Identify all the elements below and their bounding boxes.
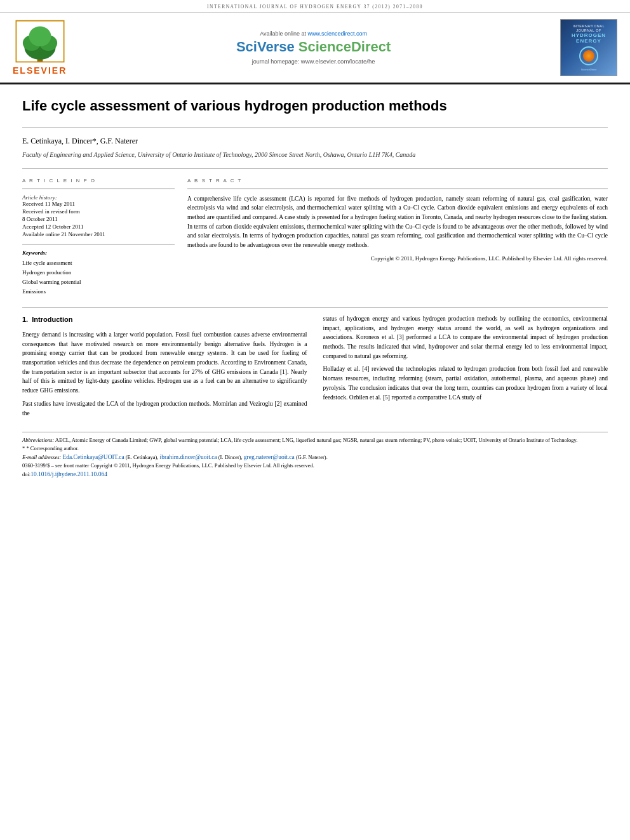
abbreviations: Abbreviations: AECL, Atomic Energy of Ca…: [22, 436, 608, 444]
abstract-col: A B S T R A C T A comprehensive life cyc…: [187, 178, 608, 297]
left-divider: [22, 189, 175, 189]
received2: Received in revised form: [22, 208, 175, 215]
cover-bold-title: HYDROGEN ENERGY: [572, 32, 606, 44]
paper-content: Life cycle assessment of various hydroge…: [0, 84, 630, 491]
email1-link[interactable]: Eda.Cetinkaya@UOIT.ca: [62, 454, 124, 460]
footnote-section: Abbreviations: AECL, Atomic Energy of Ca…: [22, 432, 608, 479]
doi-info: doi:10.1016/j.ijhydene.2011.10.064: [22, 470, 608, 479]
elsevier-logo: ELSEVIER: [13, 20, 67, 76]
section-1-title: 1. Introduction: [22, 314, 307, 325]
available-online: Available online 21 November 2011: [22, 231, 175, 237]
email-label: E-mail addresses:: [22, 454, 61, 460]
body-section: 1. Introduction Energy demand is increas…: [22, 314, 608, 422]
keywords-divider: [22, 244, 175, 244]
price-info: 0360-3199/$ – see front matter Copyright…: [22, 462, 608, 470]
article-history: Article history: Received 11 May 2011 Re…: [22, 194, 175, 237]
article-info-col: A R T I C L E I N F O Article history: R…: [22, 178, 175, 297]
keyword-1: Life cycle assessment: [22, 258, 175, 268]
abbreviations-label: Abbreviations:: [22, 437, 54, 443]
email3-name: (G.F. Naterer).: [296, 454, 328, 460]
article-info-heading: A R T I C L E I N F O: [22, 178, 175, 183]
affiliation-divider: [22, 168, 608, 169]
doi-link[interactable]: 10.1016/j.ijhydene.2011.10.064: [30, 471, 107, 477]
received2-date: 8 October 2011: [22, 216, 175, 222]
intro-p3: status of hydrogen energy and various hy…: [323, 314, 608, 361]
email-addresses: E-mail addresses: Eda.Cetinkaya@UOIT.ca …: [22, 453, 608, 462]
email3-link[interactable]: greg.naterer@uoit.ca: [244, 454, 295, 460]
history-label: Article history:: [22, 194, 175, 201]
the-economics-text: the: [533, 316, 540, 322]
page-wrapper: INTERNATIONAL JOURNAL OF HYDROGEN ENERGY…: [0, 0, 630, 840]
keyword-4: Emissions: [22, 287, 175, 297]
intro-p2: Past studies have investigated the LCA o…: [22, 399, 307, 418]
intro-p4: Holladay et al. [4] reviewed the technol…: [323, 364, 608, 402]
body-col-right: status of hydrogen energy and various hy…: [323, 314, 608, 422]
email2-name: (I. Dincer),: [218, 454, 243, 460]
sciverse-title-text: SciVerse ScienceDirect: [236, 39, 391, 55]
cover-circle-graphic: [579, 46, 598, 65]
email1-name: (E. Cetinkaya),: [126, 454, 159, 460]
keywords-section: Keywords: Life cycle assessment Hydrogen…: [22, 250, 175, 297]
abbreviations-text: AECL, Atomic Energy of Canada Limited; G…: [55, 437, 578, 443]
intro-p1: Energy demand is increasing with a large…: [22, 330, 307, 396]
homepage-url[interactable]: www.elsevier.com/locate/he: [301, 58, 375, 65]
svg-point-4: [29, 27, 51, 47]
copyright-line: Copyright © 2011, Hydrogen Energy Public…: [187, 255, 608, 262]
email2-link[interactable]: ibrahim.dincer@uoit.ca: [160, 454, 217, 460]
journal-title-bar: INTERNATIONAL JOURNAL OF HYDROGEN ENERGY…: [207, 4, 423, 10]
keyword-3: Global warming potential: [22, 277, 175, 287]
available-online-text: Available online at www.sciencedirect.co…: [79, 30, 547, 37]
authors: E. Cetinkaya, I. Dincer*, G.F. Naterer: [22, 137, 608, 146]
affiliation: Faculty of Engineering and Applied Scien…: [22, 150, 608, 159]
abstract-divider: [187, 189, 608, 189]
keywords-list: Life cycle assessment Hydrogen productio…: [22, 258, 175, 297]
elsevier-brand-text: ELSEVIER: [13, 65, 67, 76]
abstract-heading: A B S T R A C T: [187, 178, 608, 183]
keyword-2: Hydrogen production: [22, 268, 175, 277]
center-header: Available online at www.sciencedirect.co…: [67, 30, 560, 65]
cover-title: International Journal of: [573, 24, 605, 32]
journal-top-bar: INTERNATIONAL JOURNAL OF HYDROGEN ENERGY…: [0, 0, 630, 13]
sciverse-url-link[interactable]: www.sciencedirect.com: [308, 30, 368, 37]
sciverse-title: SciVerse ScienceDirect: [79, 39, 547, 55]
corresponding-note: * * Corresponding author.: [22, 444, 608, 453]
body-col-left: 1. Introduction Energy demand is increas…: [22, 314, 307, 422]
info-abstract-section: A R T I C L E I N F O Article history: R…: [22, 178, 608, 297]
journal-cover-image: International Journal of HYDROGEN ENERGY…: [560, 19, 617, 76]
keywords-label: Keywords:: [22, 250, 175, 256]
cover-circle-inner: [583, 50, 594, 62]
accepted: Accepted 12 October 2011: [22, 223, 175, 230]
journal-homepage: journal homepage: www.elsevier.com/locat…: [79, 58, 547, 65]
cover-footer: ScienceDirect: [581, 68, 597, 71]
elsevier-tree-icon: [15, 20, 65, 64]
body-divider: [22, 307, 608, 308]
title-divider: [22, 127, 608, 128]
the-word-1: the: [22, 410, 30, 417]
received1: Received 11 May 2011: [22, 201, 175, 207]
article-title: Life cycle assessment of various hydroge…: [22, 97, 608, 116]
abstract-text: A comprehensive life cycle assessment (L…: [187, 194, 608, 250]
header-section: ELSEVIER Available online at www.science…: [0, 13, 630, 84]
